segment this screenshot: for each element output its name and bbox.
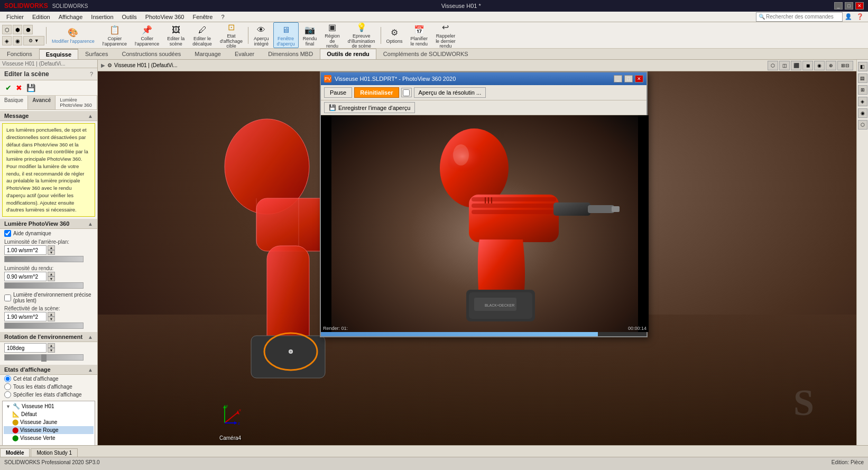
save-apercu-button[interactable]: 💾 Enregistrer l'image d'aperçu [324, 102, 415, 113]
toolbar-planifier[interactable]: 📅 Planifierle rendu [407, 22, 432, 49]
lumiere-env-row[interactable]: Lumière d'environnement précise (plus le… [0, 291, 97, 305]
menu-edition[interactable]: Edition [28, 13, 54, 21]
tree-item-defaut[interactable]: 📐 Défaut [4, 410, 94, 418]
menu-fichier[interactable]: Fichier [2, 13, 28, 21]
close-button[interactable]: ✕ [855, 2, 864, 10]
rotation-up[interactable]: ▲ [48, 343, 55, 348]
toolbar-modifier-apparence[interactable]: 🎨 Modifier l'apparence [48, 25, 98, 46]
view-btn-1[interactable]: ⬡ [768, 61, 778, 70]
small-tool-3[interactable]: ⬣ [23, 25, 33, 34]
user-icon[interactable]: 👤 [843, 13, 854, 20]
message-section-header[interactable]: Message ▲ [0, 111, 97, 121]
menu-fenetre[interactable]: Fenêtre [188, 13, 217, 21]
toolbar-epreuve[interactable]: 💡 Epreuved'illuminationde scène [344, 20, 379, 51]
small-tool-4[interactable]: ◈ [2, 36, 12, 45]
small-tool-1[interactable]: ⬡ [2, 25, 12, 34]
pause-button[interactable]: Pause [324, 87, 352, 98]
tree-item-rouge[interactable]: ⬤ Visseuse Rouge [4, 426, 94, 434]
search-input[interactable] [766, 14, 840, 20]
luminosite-arriere-slider[interactable] [4, 256, 84, 262]
toolbar-apercu-integre[interactable]: 👁 Aperçuintégré [250, 22, 273, 49]
etat-cet-radio[interactable] [4, 375, 11, 382]
lumiere-env-checkbox[interactable] [4, 294, 11, 301]
small-tool-2[interactable]: ⬢ [13, 25, 22, 34]
maximize-button[interactable]: □ [845, 2, 853, 10]
sub-tab-basique[interactable]: Basique [0, 96, 28, 109]
aide-dynamique-row[interactable]: Aide dynamique [0, 229, 97, 238]
save-scene-button[interactable]: 💾 [25, 82, 36, 93]
dialog-maximize[interactable]: □ [624, 75, 633, 82]
right-strip-btn-2[interactable]: ▤ [858, 73, 867, 83]
lumiere-section-header[interactable]: Lumière PhotoView 360 ▲ [0, 219, 97, 229]
view-btn-6[interactable]: ⊕ [826, 61, 836, 70]
small-tool-5[interactable]: ◉ [13, 36, 22, 45]
etats-section-header[interactable]: Etats d'affichage ▲ [0, 365, 97, 375]
luminosite-rendu-slider[interactable] [4, 282, 84, 289]
luminosite-rendu-down[interactable]: ▼ [48, 277, 55, 281]
reflectivite-input[interactable] [4, 312, 47, 321]
toolbar-editer-scene[interactable]: 🖼 Editer lascène [163, 22, 188, 49]
menu-insertion[interactable]: Insertion [87, 13, 117, 21]
tree-item-verte[interactable]: ⬤ Visseuse Verte [4, 434, 94, 442]
tab-dimensions[interactable]: Dimensions MBD [261, 49, 320, 59]
apercu-checkbox[interactable] [403, 89, 410, 96]
tab-outils-rendu[interactable]: Outils de rendu [320, 49, 376, 59]
reinitialiser-button[interactable]: Réinitialiser [354, 87, 399, 98]
luminosite-rendu-input[interactable] [4, 272, 47, 281]
tab-complements[interactable]: Compléments de SOLIDWORKS [376, 49, 475, 59]
toolbar-fenetre-apercu[interactable]: 🖥 Fenêtred'aperçu [273, 22, 299, 49]
right-strip-btn-5[interactable]: ◉ [858, 108, 867, 118]
luminosite-arriere-input[interactable] [4, 245, 47, 255]
tab-esquisse[interactable]: Esquisse [39, 49, 78, 59]
aide-dynamique-checkbox[interactable] [4, 230, 11, 237]
right-strip-btn-1[interactable]: ◧ [858, 62, 867, 71]
reflectivite-down[interactable]: ▼ [48, 317, 55, 321]
menu-affichage[interactable]: Affichage [54, 13, 87, 21]
dialog-close[interactable]: ✕ [635, 75, 643, 82]
sub-tab-avance[interactable]: Avancé [28, 96, 56, 109]
etat-cet-row[interactable]: Cet état d'affichage [0, 375, 97, 383]
toolbar-region-rendu[interactable]: ▣ Régionderendu [321, 20, 344, 51]
rotation-down[interactable]: ▼ [48, 348, 55, 353]
toolbar-editer-decalque[interactable]: 🖊 Editer ledécalque [189, 22, 216, 49]
toolbar-rendu-final[interactable]: 📷 Rendufinal [299, 22, 321, 49]
view-btn-7[interactable]: ⊞⊟ [837, 61, 853, 70]
etat-specifier-radio[interactable] [4, 391, 11, 398]
rotation-input[interactable] [4, 343, 47, 353]
dialog-minimize[interactable]: _ [614, 75, 622, 82]
right-strip-btn-3[interactable]: ⊞ [858, 85, 867, 95]
view-btn-4[interactable]: ◼ [802, 61, 813, 70]
toolbar-coller-apparence[interactable]: 📌 Collerl'apparence [131, 22, 163, 49]
tab-fonctions[interactable]: Fonctions [0, 49, 39, 59]
tab-constructions[interactable]: Constructions soudées [115, 49, 188, 59]
reflectivite-up[interactable]: ▲ [48, 312, 55, 317]
etat-tous-radio[interactable] [4, 383, 11, 390]
rotation-section-header[interactable]: Rotation de l'environnement ▲ [0, 332, 97, 342]
luminosite-arriere-down[interactable]: ▼ [48, 250, 55, 255]
tree-item-jaune[interactable]: ⬤ Visseuse Jaune [4, 418, 94, 426]
menu-outils[interactable]: Outils [118, 13, 141, 21]
etat-specifier-row[interactable]: Spécifier les états d'affichage [0, 391, 97, 399]
reflectivite-slider[interactable] [4, 322, 84, 329]
toolbar-copier-apparence[interactable]: 📋 Copierl'apparence [99, 22, 131, 49]
view-btn-5[interactable]: ◉ [814, 61, 825, 70]
sub-tab-lumiere[interactable]: Lumière PhotoView 360 [56, 96, 97, 109]
panel-help-icon[interactable]: ? [90, 71, 93, 77]
tab-modele[interactable]: Modèle [0, 448, 30, 457]
confirm-button[interactable]: ✔ [4, 82, 13, 93]
tab-marquage[interactable]: Marquage [188, 49, 228, 59]
toolbar-rappeler[interactable]: ↩ Rappelerle dernierrendu [432, 20, 459, 51]
menu-photoview[interactable]: PhotoView 360 [141, 13, 189, 21]
cancel-button[interactable]: ✖ [15, 82, 23, 93]
tab-evaluer[interactable]: Evaluer [228, 49, 261, 59]
slider-thumb[interactable] [41, 354, 47, 362]
small-tool-6[interactable]: ⚙ ▼ [23, 36, 44, 45]
view-btn-3[interactable]: ⬛ [791, 61, 801, 70]
apercu-resol-button[interactable]: Aperçu de la résolutin ... [414, 87, 486, 98]
view-btn-2[interactable]: ◫ [779, 61, 790, 70]
window-controls[interactable]: _ □ ✕ [834, 2, 864, 10]
tab-surfaces[interactable]: Surfaces [78, 49, 115, 59]
expand-icon[interactable]: ▶ [101, 62, 105, 68]
toolbar-options[interactable]: ⚙ Options [383, 25, 407, 46]
luminosite-rendu-up[interactable]: ▲ [48, 272, 55, 277]
